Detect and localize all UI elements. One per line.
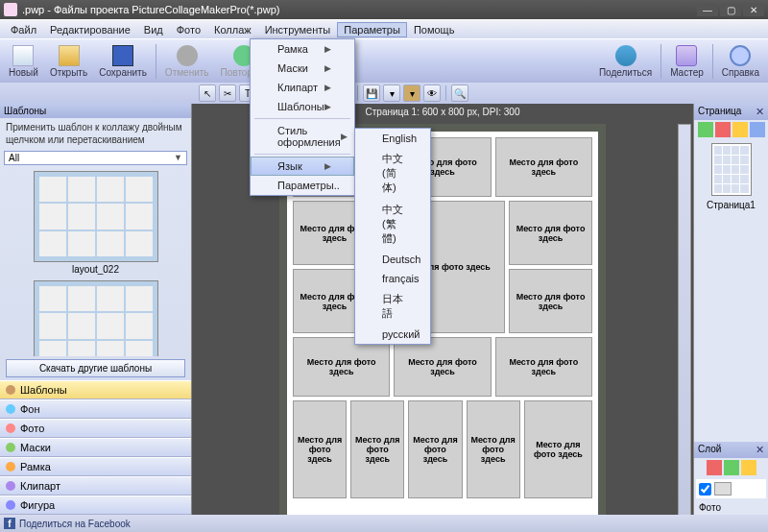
tab-photo[interactable]: Фото bbox=[0, 419, 191, 438]
menu-item-settings[interactable]: Параметры.. bbox=[251, 176, 354, 195]
lang-russian[interactable]: русский bbox=[355, 325, 430, 344]
main-toolbar: Новый Открыть Сохранить Отменить Повтори… bbox=[0, 38, 768, 83]
menu-tools[interactable]: Инструменты bbox=[258, 22, 338, 37]
paste-page-icon[interactable] bbox=[750, 122, 765, 137]
photo-slot[interactable]: Место для фото здесь bbox=[408, 400, 462, 498]
tool-crop[interactable]: ✂ bbox=[219, 85, 236, 102]
toolbar-separator bbox=[660, 44, 661, 79]
lang-japanese[interactable]: 日本語 bbox=[355, 288, 430, 325]
photo-slot[interactable]: Место для фото здесь bbox=[350, 400, 404, 498]
tab-background[interactable]: Фон bbox=[0, 399, 191, 419]
right-panel: Страница✕ Страница1 Слой✕ Фото bbox=[693, 104, 768, 515]
share-button[interactable]: Поделиться bbox=[594, 43, 657, 80]
menu-photo[interactable]: Фото bbox=[170, 22, 207, 37]
photo-slot[interactable]: Место для фото здесь bbox=[495, 337, 592, 397]
save-button[interactable]: Сохранить bbox=[94, 43, 152, 80]
template-thumb[interactable]: layout_022 bbox=[34, 171, 158, 275]
maximize-button[interactable]: ▢ bbox=[720, 3, 741, 16]
status-text[interactable]: Поделиться на Facebook bbox=[19, 519, 131, 529]
layer-panel-header: Слой bbox=[698, 444, 721, 456]
facebook-icon[interactable]: f bbox=[4, 518, 15, 529]
tab-templates[interactable]: Шаблоны bbox=[0, 380, 191, 399]
tab-shape[interactable]: Фигура bbox=[0, 496, 191, 515]
toolbar-separator bbox=[712, 44, 713, 79]
layer-thumb-icon bbox=[714, 482, 732, 496]
wizard-button[interactable]: Мастер bbox=[665, 43, 708, 80]
photo-slot[interactable]: Место для фото здесь bbox=[394, 337, 491, 397]
page-thumbnail[interactable] bbox=[711, 143, 752, 196]
tool-zoom[interactable]: 🔍 bbox=[451, 85, 468, 102]
menu-item-style[interactable]: Стиль оформления▶ bbox=[251, 121, 354, 152]
tool-bg[interactable]: ▾ bbox=[403, 85, 420, 102]
download-templates-button[interactable]: Скачать другие шаблоны bbox=[6, 359, 185, 377]
open-icon bbox=[59, 45, 80, 66]
undo-icon bbox=[177, 45, 198, 66]
photo-slot[interactable]: Место для фото здесь bbox=[293, 337, 390, 397]
down-layer-icon[interactable] bbox=[741, 460, 756, 475]
open-button[interactable]: Открыть bbox=[45, 43, 92, 80]
templates-hint: Применить шаблон к коллажу двойным щелчк… bbox=[0, 118, 191, 149]
minimize-button[interactable]: — bbox=[697, 3, 718, 16]
tab-frame[interactable]: Рамка bbox=[0, 457, 191, 476]
title-bar: .pwp - Файлы проекта PictureCollageMaker… bbox=[0, 0, 768, 19]
new-button[interactable]: Новый bbox=[4, 43, 43, 80]
menu-file[interactable]: Файл bbox=[4, 22, 43, 37]
close-panel-icon[interactable]: ✕ bbox=[756, 444, 764, 456]
language-submenu: English 中文(简体) 中文(繁體) Deutsch français 日… bbox=[354, 128, 431, 345]
photo-slot[interactable]: Место для фото здесь bbox=[524, 400, 592, 498]
left-tabs: Шаблоны Фон Фото Маски Рамка Клипарт Фиг… bbox=[0, 380, 191, 515]
layer-item[interactable] bbox=[696, 479, 766, 498]
menu-edit[interactable]: Редактирование bbox=[43, 22, 137, 37]
vertical-scrollbar[interactable] bbox=[678, 124, 691, 515]
page-thumb-label: Страница1 bbox=[694, 200, 768, 210]
menu-help[interactable]: Помощь bbox=[407, 22, 462, 37]
photo-slot[interactable]: Место для фото здесь bbox=[495, 137, 592, 197]
menu-options[interactable]: Параметры bbox=[337, 22, 407, 37]
undo-button[interactable]: Отменить bbox=[160, 43, 214, 80]
add-page-icon[interactable] bbox=[698, 122, 713, 137]
menu-view[interactable]: Вид bbox=[137, 22, 170, 37]
tool-print[interactable]: ▾ bbox=[383, 85, 400, 102]
tool-strip: ↖ ✂ T ⟳ ↔ ▦ ▤ 💾 ▾ ▾ 👁 🔍 bbox=[0, 83, 768, 104]
help-button[interactable]: Справка bbox=[717, 43, 764, 80]
lang-zh-simplified[interactable]: 中文(简体) bbox=[355, 148, 430, 199]
toolbar-separator bbox=[156, 44, 156, 79]
tool-pointer[interactable]: ↖ bbox=[199, 85, 216, 102]
photo-slot[interactable]: Место для фото здесь bbox=[509, 201, 592, 265]
menu-item-language[interactable]: Язык▶ bbox=[251, 157, 354, 176]
lang-zh-traditional[interactable]: 中文(繁體) bbox=[355, 199, 430, 250]
copy-page-icon[interactable] bbox=[732, 122, 748, 137]
menu-collage[interactable]: Коллаж bbox=[207, 22, 258, 37]
share-icon bbox=[615, 45, 636, 66]
wizard-icon bbox=[676, 45, 697, 66]
menu-item-clipart[interactable]: Клипарт▶ bbox=[251, 78, 354, 97]
templates-header: Шаблоны bbox=[4, 106, 46, 116]
options-menu: Рамка▶ Маски▶ Клипарт▶ Шаблоны▶ Стиль оф… bbox=[250, 38, 355, 196]
close-button[interactable]: ✕ bbox=[743, 3, 764, 16]
tool-eye[interactable]: 👁 bbox=[423, 85, 441, 102]
menu-item-frame[interactable]: Рамка▶ bbox=[251, 39, 354, 59]
new-icon bbox=[12, 45, 34, 66]
page-panel-header: Страница bbox=[698, 106, 741, 118]
up-layer-icon[interactable] bbox=[724, 460, 739, 475]
lang-english[interactable]: English bbox=[355, 129, 430, 148]
tab-clipart[interactable]: Клипарт bbox=[0, 476, 191, 496]
app-icon bbox=[4, 3, 17, 16]
menu-bar: Файл Редактирование Вид Фото Коллаж Инст… bbox=[0, 19, 768, 38]
lang-deutsch[interactable]: Deutsch bbox=[355, 250, 430, 269]
photo-slot[interactable]: Место для фото здесь bbox=[509, 269, 592, 333]
close-panel-icon[interactable]: ✕ bbox=[756, 106, 764, 118]
photo-slot[interactable]: Место для фото здесь bbox=[467, 400, 520, 498]
template-thumb[interactable]: layout_023 bbox=[34, 280, 158, 356]
delete-page-icon[interactable] bbox=[715, 122, 731, 137]
tab-masks[interactable]: Маски bbox=[0, 438, 191, 457]
menu-item-templates[interactable]: Шаблоны▶ bbox=[251, 97, 354, 116]
thumb-label: layout_022 bbox=[72, 264, 119, 275]
layer-visible-checkbox[interactable] bbox=[699, 483, 711, 496]
template-filter[interactable]: All▼ bbox=[4, 151, 187, 165]
menu-item-masks[interactable]: Маски▶ bbox=[251, 59, 354, 78]
delete-layer-icon[interactable] bbox=[707, 460, 722, 475]
lang-francais[interactable]: français bbox=[355, 269, 430, 288]
photo-slot[interactable]: Место для фото здесь bbox=[293, 400, 347, 498]
tool-save2[interactable]: 💾 bbox=[363, 85, 380, 102]
